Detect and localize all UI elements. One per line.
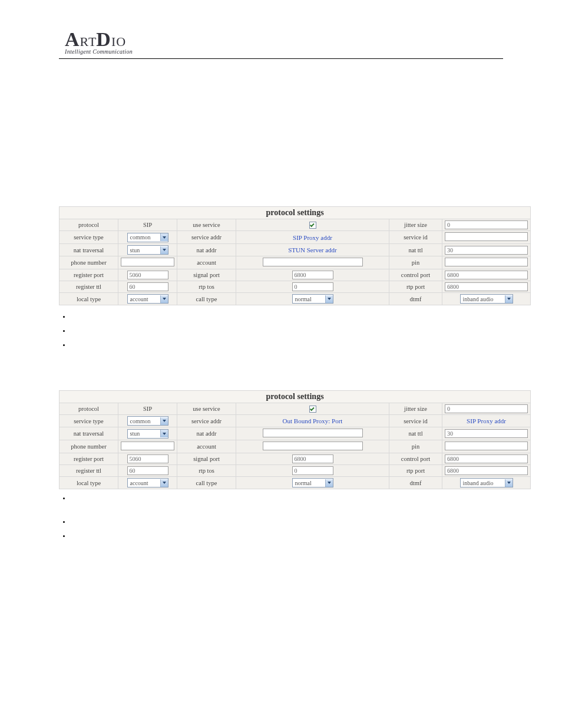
list-item bbox=[71, 327, 503, 341]
jitter-size-input[interactable]: 0 bbox=[445, 220, 528, 229]
lbl-service-id: service id bbox=[389, 415, 442, 427]
chevron-down-icon bbox=[505, 479, 513, 487]
list-item bbox=[71, 341, 503, 355]
lbl-call-type: call type bbox=[177, 477, 236, 489]
chevron-down-icon bbox=[160, 479, 168, 487]
lbl-signal-port: signal port bbox=[177, 269, 236, 281]
lbl-nat-ttl: nat ttl bbox=[389, 244, 442, 256]
chevron-down-icon bbox=[160, 430, 168, 437]
nat-ttl-input[interactable]: 30 bbox=[445, 429, 528, 438]
rtp-port-input[interactable]: 6800 bbox=[445, 466, 528, 475]
register-port-input[interactable]: 5060 bbox=[127, 454, 168, 463]
phone-number-input[interactable] bbox=[121, 442, 174, 450]
lbl-use-service: use service bbox=[177, 403, 236, 415]
chevron-down-icon bbox=[160, 417, 168, 425]
lbl-rtp-port: rtp port bbox=[389, 465, 442, 477]
table-a-title: protocol settings bbox=[59, 207, 531, 219]
call-type-select[interactable]: normal bbox=[292, 478, 333, 487]
use-service-checkbox[interactable] bbox=[309, 406, 316, 413]
lbl-control-port: control port bbox=[389, 453, 442, 465]
chevron-down-icon bbox=[325, 295, 333, 303]
control-port-input[interactable]: 6800 bbox=[445, 454, 528, 463]
nat-addr-value: STUN Server addr bbox=[288, 246, 336, 253]
pin-input[interactable] bbox=[445, 258, 528, 266]
jitter-size-input[interactable]: 0 bbox=[445, 404, 528, 413]
service-addr-value: SIP Proxy addr bbox=[293, 234, 332, 241]
lbl-pin: pin bbox=[389, 256, 442, 269]
lbl-service-id: service id bbox=[389, 231, 442, 244]
brand-logo: ARTDIO Intelligent Communication bbox=[65, 29, 503, 55]
list-item bbox=[71, 518, 503, 532]
lbl-use-service: use service bbox=[177, 219, 236, 231]
signal-port-input[interactable]: 6800 bbox=[292, 271, 333, 279]
lbl-service-addr: service addr bbox=[177, 415, 236, 427]
chevron-down-icon bbox=[160, 233, 168, 241]
rtp-tos-input[interactable]: 0 bbox=[292, 466, 333, 475]
lbl-rtp-port: rtp port bbox=[389, 281, 442, 293]
dtmf-select[interactable]: inband audio bbox=[460, 478, 513, 487]
notes-list-a bbox=[71, 312, 503, 355]
phone-number-input[interactable] bbox=[121, 258, 174, 266]
lbl-nat-traversal: nat traversal bbox=[59, 244, 118, 256]
nat-traversal-select[interactable]: stun bbox=[127, 245, 168, 255]
call-type-select[interactable]: normal bbox=[292, 294, 333, 304]
lbl-jitter-size: jitter size bbox=[389, 219, 442, 231]
lbl-service-type: service type bbox=[59, 231, 118, 244]
rtp-tos-input[interactable]: 0 bbox=[292, 282, 333, 291]
account-input[interactable] bbox=[263, 442, 363, 450]
lbl-nat-addr: nat addr bbox=[177, 244, 236, 256]
local-type-select[interactable]: account bbox=[127, 478, 168, 487]
lbl-account: account bbox=[177, 440, 236, 453]
nat-traversal-select[interactable]: stun bbox=[127, 429, 168, 439]
lbl-register-ttl: register ttl bbox=[59, 281, 118, 293]
lbl-dtmf: dtmf bbox=[389, 477, 442, 489]
local-type-select[interactable]: account bbox=[127, 294, 168, 304]
lbl-pin: pin bbox=[389, 440, 442, 453]
table-b-title: protocol settings bbox=[59, 391, 531, 403]
service-id-input[interactable] bbox=[445, 232, 528, 241]
lbl-nat-traversal: nat traversal bbox=[59, 427, 118, 440]
register-port-input[interactable]: 5060 bbox=[127, 271, 168, 279]
lbl-service-addr: service addr bbox=[177, 231, 236, 244]
val-protocol: SIP bbox=[143, 222, 152, 228]
signal-port-input[interactable]: 6800 bbox=[292, 454, 333, 463]
use-service-checkbox[interactable] bbox=[309, 222, 316, 229]
list-item bbox=[71, 532, 503, 546]
service-id-value: SIP Proxy addr bbox=[467, 417, 506, 424]
lbl-dtmf: dtmf bbox=[389, 293, 442, 305]
lbl-service-type: service type bbox=[59, 415, 118, 427]
brand-tagline: Intelligent Communication bbox=[65, 48, 503, 55]
lbl-rtp-tos: rtp tos bbox=[177, 281, 236, 293]
pin-input[interactable] bbox=[445, 442, 528, 450]
lbl-signal-port: signal port bbox=[177, 453, 236, 465]
header-divider bbox=[59, 58, 503, 59]
check-icon bbox=[310, 406, 315, 411]
protocol-settings-table-a: protocol settings protocol SIP use servi… bbox=[59, 206, 531, 305]
service-addr-value: Out Bound Proxy: Port bbox=[283, 417, 343, 424]
lbl-account: account bbox=[177, 256, 236, 269]
nat-ttl-input[interactable]: 30 bbox=[445, 246, 528, 255]
lbl-phone-number: phone number bbox=[59, 256, 118, 269]
chevron-down-icon bbox=[160, 295, 168, 303]
notes-list-b bbox=[71, 494, 503, 546]
lbl-register-port: register port bbox=[59, 453, 118, 465]
lbl-protocol: protocol bbox=[59, 403, 118, 415]
lbl-phone-number: phone number bbox=[59, 440, 118, 453]
register-ttl-input[interactable]: 60 bbox=[127, 282, 168, 291]
dtmf-select[interactable]: inband audio bbox=[460, 294, 513, 304]
rtp-port-input[interactable]: 6800 bbox=[445, 282, 528, 291]
chevron-down-icon bbox=[160, 246, 168, 254]
service-type-select[interactable]: common bbox=[127, 233, 168, 242]
lbl-local-type: local type bbox=[59, 477, 118, 489]
val-protocol: SIP bbox=[143, 406, 152, 412]
service-type-select[interactable]: common bbox=[127, 416, 168, 426]
lbl-jitter-size: jitter size bbox=[389, 403, 442, 415]
account-input[interactable] bbox=[263, 258, 363, 266]
nat-addr-input[interactable] bbox=[263, 429, 363, 437]
control-port-input[interactable]: 6800 bbox=[445, 271, 528, 279]
lbl-nat-addr: nat addr bbox=[177, 427, 236, 440]
lbl-control-port: control port bbox=[389, 269, 442, 281]
lbl-register-ttl: register ttl bbox=[59, 465, 118, 477]
lbl-call-type: call type bbox=[177, 293, 236, 305]
register-ttl-input[interactable]: 60 bbox=[127, 466, 168, 475]
